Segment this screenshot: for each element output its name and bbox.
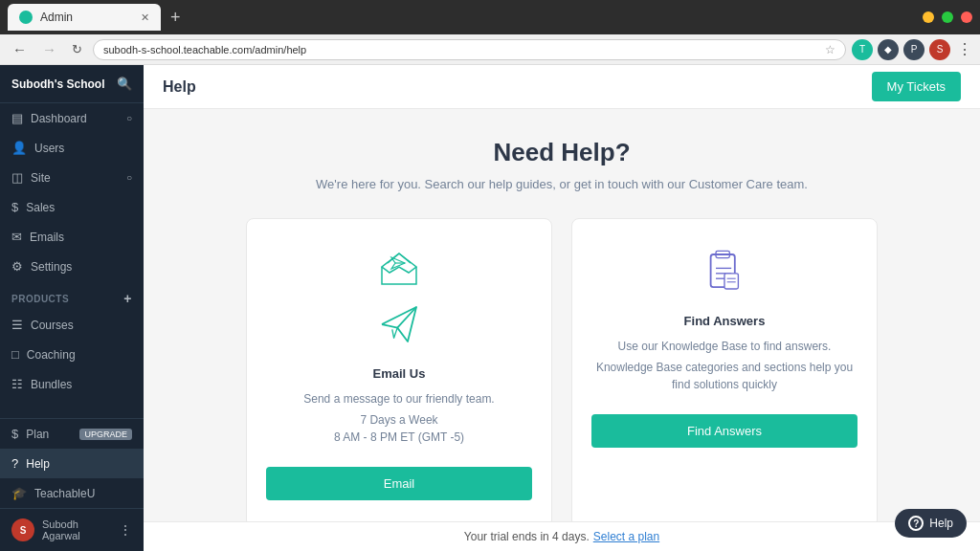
bundles-label: Bundles — [31, 378, 72, 391]
browser-menu-icon[interactable]: ⋮ — [957, 40, 972, 58]
find-answers-button[interactable]: Find Answers — [591, 414, 858, 448]
site-label: Site — [31, 171, 51, 185]
find-answers-card: Find Answers Use our Knowledge Base to f… — [571, 218, 878, 521]
hero-subtitle: We're here for you. Search our help guid… — [316, 177, 808, 191]
sales-icon: $ — [11, 200, 18, 214]
ext-icon-2[interactable]: ◆ — [878, 39, 899, 60]
email-us-card: Email Us Send a message to our friendly … — [246, 218, 552, 521]
hero-title: Need Help? — [316, 138, 808, 167]
sidebar-header: Subodh's School 🔍 — [0, 65, 144, 103]
page-title: Help — [163, 78, 196, 96]
status-bar: Your trial ends in 4 days. Select a plan — [144, 521, 980, 551]
address-text: subodh-s-school.teachable.com/admin/help — [103, 44, 306, 55]
email-us-desc3: 8 AM - 8 PM ET (GMT -5) — [334, 429, 464, 446]
upgrade-badge: UPGRADE — [79, 429, 132, 440]
sidebar-item-plan[interactable]: $ Plan UPGRADE — [0, 419, 144, 449]
new-tab-button[interactable]: + — [167, 4, 185, 32]
tab-favicon — [19, 11, 33, 24]
dashboard-label: Dashboard — [31, 112, 87, 125]
sidebar: Subodh's School 🔍 ▤ Dashboard ○ 👤 Users … — [0, 65, 144, 551]
sidebar-item-help[interactable]: ? Help — [0, 449, 144, 478]
user-menu-icon[interactable]: ⋮ — [119, 522, 132, 538]
email-us-desc1: Send a message to our friendly team. — [303, 390, 494, 408]
users-icon: 👤 — [11, 141, 27, 155]
teachableu-label: TeachableU — [34, 487, 95, 500]
emails-label: Emails — [30, 231, 64, 244]
plan-icon: $ — [11, 427, 18, 441]
browser-tab[interactable]: Admin ✕ — [8, 4, 161, 31]
sidebar-search-icon[interactable]: 🔍 — [117, 77, 132, 91]
products-section-label: PRODUCTS + — [0, 281, 144, 310]
emails-icon: ✉ — [11, 230, 22, 244]
sidebar-item-sales[interactable]: $ Sales — [0, 192, 144, 222]
user-avatar-nav[interactable]: S — [929, 39, 950, 60]
select-plan-link[interactable]: Select a plan — [593, 530, 659, 543]
my-tickets-button[interactable]: My Tickets — [872, 72, 961, 101]
add-product-icon[interactable]: + — [123, 291, 132, 306]
sidebar-item-bundles[interactable]: ☷ Bundles — [0, 369, 144, 399]
user-name-label: Subodh Agarwal — [42, 518, 111, 541]
sidebar-item-users[interactable]: 👤 Users — [0, 133, 144, 163]
sidebar-item-site[interactable]: ◫ Site ○ — [0, 163, 144, 192]
email-us-title: Email Us — [373, 366, 426, 381]
user-footer[interactable]: S Subodh Agarwal ⋮ — [0, 508, 144, 551]
user-avatar: S — [11, 518, 34, 541]
help-widget-label: Help — [929, 517, 953, 530]
find-answers-desc1: Use our Knowledge Base to find answers. — [618, 338, 832, 355]
users-label: Users — [34, 142, 64, 155]
trial-text: Your trial ends in 4 days. — [464, 530, 590, 543]
teachableu-icon: 🎓 — [11, 486, 27, 500]
main-header: Help My Tickets — [144, 65, 980, 109]
sidebar-item-courses[interactable]: ☰ Courses — [0, 310, 144, 340]
sidebar-nav: ▤ Dashboard ○ 👤 Users ◫ Site ○ $ Sales — [0, 103, 144, 418]
sidebar-item-teachableu[interactable]: 🎓 TeachableU — [0, 478, 144, 508]
tab-close-icon[interactable]: ✕ — [141, 11, 149, 24]
help-nav-label: Help — [26, 457, 50, 471]
sales-label: Sales — [26, 201, 55, 214]
email-icon — [374, 246, 424, 298]
help-hero: Need Help? We're here for you. Search ou… — [316, 138, 808, 191]
nav-ext-icons: T ◆ P S ⋮ — [852, 39, 972, 60]
email-us-desc2: 7 Days a Week — [360, 411, 437, 429]
email-us-icon-area — [373, 298, 425, 353]
find-answers-icon-area — [699, 246, 750, 300]
sidebar-item-coaching[interactable]: □ Coaching — [0, 340, 144, 369]
sidebar-item-settings[interactable]: ⚙ Settings — [0, 252, 144, 281]
nav-bar: ← → ↻ subodh-s-school.teachable.com/admi… — [0, 34, 980, 65]
courses-icon: ☰ — [11, 318, 23, 332]
dashboard-icon: ▤ — [11, 111, 23, 125]
nav-forward-button[interactable]: → — [37, 39, 61, 59]
window-maximize[interactable] — [942, 11, 953, 23]
sidebar-item-emails[interactable]: ✉ Emails — [0, 222, 144, 252]
browser-chrome: Admin ✕ + — [0, 0, 980, 34]
window-close[interactable] — [961, 11, 972, 23]
help-cards: Email Us Send a message to our friendly … — [246, 218, 878, 521]
help-widget-icon: ? — [908, 516, 924, 531]
email-button[interactable]: Email — [266, 467, 532, 500]
site-icon: ◫ — [11, 170, 23, 185]
sidebar-school-title: Subodh's School — [11, 77, 105, 91]
settings-icon: ⚙ — [11, 259, 23, 274]
plan-label: Plan — [26, 428, 49, 441]
ext-icon-1[interactable]: T — [852, 39, 873, 60]
ext-icon-3[interactable]: P — [903, 39, 924, 60]
address-bar[interactable]: subodh-s-school.teachable.com/admin/help… — [93, 39, 846, 60]
content-area: Need Help? We're here for you. Search ou… — [144, 109, 980, 521]
nav-refresh-button[interactable]: ↻ — [67, 40, 87, 58]
window-minimize[interactable] — [923, 11, 934, 23]
find-answers-title: Find Answers — [684, 314, 766, 328]
help-widget[interactable]: ? Help — [895, 509, 967, 538]
find-answers-desc2: Knowledge Base categories and sections h… — [591, 359, 858, 393]
site-chevron-icon: ○ — [126, 172, 132, 183]
coaching-icon: □ — [11, 347, 19, 362]
sidebar-item-dashboard[interactable]: ▤ Dashboard ○ — [0, 103, 144, 133]
settings-label: Settings — [31, 260, 72, 274]
sidebar-footer: $ Plan UPGRADE ? Help 🎓 TeachableU S Sub… — [0, 418, 144, 551]
coaching-label: Coaching — [27, 348, 76, 362]
nav-back-button[interactable]: ← — [8, 39, 32, 59]
bundles-icon: ☷ — [11, 377, 23, 391]
dashboard-chevron-icon: ○ — [126, 113, 132, 123]
star-icon: ☆ — [825, 43, 835, 56]
help-nav-icon: ? — [11, 456, 18, 471]
main-content: Help My Tickets Need Help? We're here fo… — [144, 65, 980, 551]
